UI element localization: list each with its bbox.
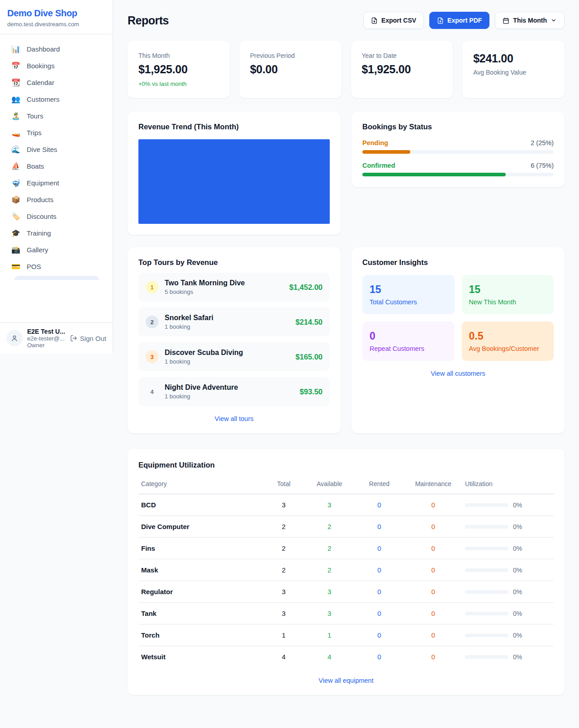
calendar-icon: 📆 [11, 79, 21, 86]
cell-available: 3 [304, 494, 354, 516]
sidebar-item-products[interactable]: 📦 Products [7, 191, 105, 208]
column-header-rented: Rented [354, 476, 404, 494]
tour-name: Discover Scuba Diving [165, 349, 289, 357]
utilization-bar [465, 633, 508, 637]
status-label: Pending [362, 139, 388, 147]
sidebar-item-customers[interactable]: 👥 Customers [7, 91, 105, 108]
sidebar-item-pos[interactable]: 💳 POS [7, 258, 105, 275]
tile-value: 0.5 [469, 330, 547, 342]
sidebar-item-discounts[interactable]: 🏷️ Discounts [7, 208, 105, 225]
revenue-trend-title: Revenue Trend (This Month) [138, 123, 330, 131]
sign-out-icon [70, 335, 77, 342]
sidebar-item-label: Training [27, 229, 51, 237]
view-all-equipment-link[interactable]: View all equipment [138, 677, 554, 684]
file-download-icon [437, 17, 444, 24]
tile-value: 0 [370, 330, 447, 342]
sidebar-item-calendar[interactable]: 📆 Calendar [7, 74, 105, 91]
sidebar-item-label: Products [27, 196, 53, 203]
cell-rented: 0 [354, 646, 404, 668]
column-header-utilization: Utilization [462, 476, 554, 494]
cell-category: Fins [138, 538, 263, 559]
sidebar-item-label: Tours [27, 112, 43, 120]
cell-maintenance: 0 [404, 559, 463, 581]
table-row: Tank 3 3 0 0 0% [138, 603, 554, 624]
progress-fill [362, 173, 506, 176]
cell-maintenance: 0 [404, 538, 463, 559]
cell-total: 3 [263, 581, 304, 603]
sign-out-button[interactable]: Sign Out [70, 335, 106, 342]
sidebar-item-tours[interactable]: 🏝️ Tours [7, 108, 105, 124]
tile-avg-bookings-customer: 0.5 Avg Bookings/Customer [462, 321, 554, 361]
pos-creditcard-icon: 💳 [11, 263, 21, 270]
user-name: E2E Test U... [27, 328, 66, 335]
export-csv-label: Export CSV [381, 17, 416, 24]
export-pdf-button[interactable]: Export PDF [429, 12, 489, 29]
sidebar-item-trips[interactable]: 🚤 Trips [7, 124, 105, 141]
cell-total: 2 [263, 538, 304, 559]
cell-maintenance: 0 [404, 603, 463, 624]
stat-value: $0.00 [250, 63, 331, 76]
progress-track [362, 150, 554, 154]
tour-name: Night Dive Adventure [165, 383, 294, 392]
sidebar-item-boats[interactable]: ⛵ Boats [7, 158, 105, 175]
cell-rented: 0 [354, 516, 404, 538]
revenue-trend-chart [138, 139, 330, 224]
user-panel: E2E Test U... e2e-tester@... Owner Sign … [0, 322, 113, 354]
user-email: e2e-tester@... [27, 335, 66, 342]
cell-rented: 0 [354, 494, 404, 516]
utilization-bar [465, 612, 508, 615]
equipment-utilization-card: Equipment Utilization Category Total Ava… [128, 449, 565, 695]
cell-available: 2 [304, 559, 354, 581]
stat-value: $1,925.00 [362, 63, 442, 76]
table-row: Fins 2 2 0 0 0% [138, 538, 554, 559]
gallery-camera-icon: 📸 [11, 246, 21, 254]
cell-category: Mask [138, 559, 263, 581]
sidebar-item-dashboard[interactable]: 📊 Dashboard [7, 41, 105, 57]
tile-label: Repeat Customers [370, 345, 447, 352]
sidebar-item-training[interactable]: 🎓 Training [7, 225, 105, 241]
products-box-icon: 📦 [11, 196, 21, 203]
cell-rented: 0 [354, 559, 404, 581]
sidebar-item-bookings[interactable]: 📅 Bookings [7, 57, 105, 74]
sidebar-item-dive-sites[interactable]: 🌊 Dive Sites [7, 141, 105, 158]
stat-label: Year to Date [362, 52, 442, 59]
view-all-customers-link[interactable]: View all customers [362, 370, 554, 377]
tour-bookings: 1 booking [165, 323, 289, 330]
export-csv-button[interactable]: Export CSV [363, 12, 424, 29]
stat-card-this-month: This Month $1,925.00 +0% vs last month [128, 41, 230, 98]
utilization-bar [465, 590, 508, 594]
stat-value: $241.00 [473, 52, 554, 65]
cell-category: Wetsuit [138, 646, 263, 668]
utilization-percent: 0% [513, 501, 522, 509]
utilization-bar [465, 655, 508, 659]
dive-sites-wave-icon: 🌊 [11, 146, 21, 153]
sidebar-item-reports-partial[interactable] [14, 276, 99, 280]
utilization-percent: 0% [513, 545, 522, 552]
utilization-bar [465, 525, 508, 529]
brand: Demo Dive Shop demo.test.divestreams.com [0, 0, 113, 34]
utilization-percent: 0% [513, 632, 522, 639]
sidebar-item-label: Calendar [27, 79, 54, 86]
utilization-percent: 0% [513, 610, 522, 617]
revenue-trend-card: Revenue Trend (This Month) [128, 112, 341, 235]
utilization-percent: 0% [513, 588, 522, 596]
main-content: Reports Export CSV Export PDF [113, 0, 579, 709]
stat-value: $1,925.00 [138, 63, 219, 76]
cell-total: 1 [263, 624, 304, 646]
tour-revenue: $214.50 [295, 318, 323, 326]
cell-available: 2 [304, 538, 354, 559]
view-all-tours-link[interactable]: View all tours [138, 415, 330, 422]
export-pdf-label: Export PDF [447, 17, 482, 24]
calendar-outline-icon [503, 17, 509, 24]
period-dropdown[interactable]: This Month [495, 12, 565, 29]
rank-badge: 1 [146, 281, 158, 293]
sidebar-item-equipment[interactable]: 🤿 Equipment [7, 175, 105, 191]
page-title: Reports [128, 14, 169, 27]
stat-label: Previous Period [250, 52, 331, 59]
tour-row: 4 Night Dive Adventure 1 booking $93.50 [138, 377, 330, 406]
sidebar-item-label: POS [27, 263, 41, 270]
top-tours-card: Top Tours by Revenue 1 Two Tank Morning … [128, 247, 341, 433]
tour-name: Snorkel Safari [165, 314, 289, 322]
sidebar-item-gallery[interactable]: 📸 Gallery [7, 241, 105, 258]
tour-bookings: 1 booking [165, 358, 289, 365]
